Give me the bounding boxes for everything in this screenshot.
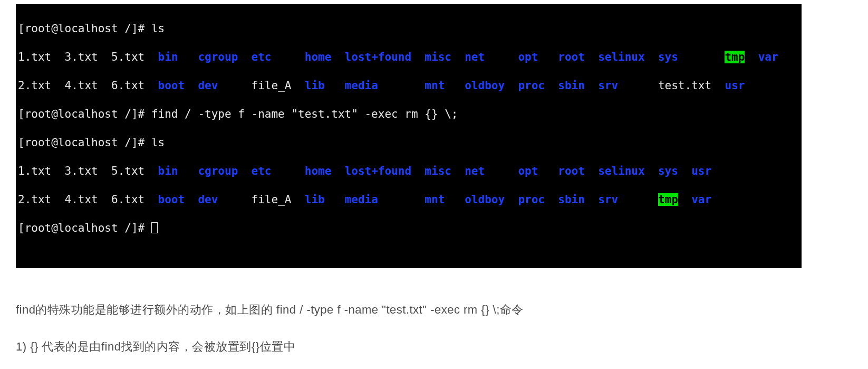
dir: dev [198,79,218,92]
dir: usr [691,165,711,177]
file: file_A [252,79,292,92]
dir: sbin [558,193,585,206]
dir: media [345,193,378,206]
dir: dev [198,193,218,206]
dir-sticky: tmp [658,193,678,206]
dir: usr [725,79,745,92]
dir: lost+found [345,51,411,63]
dir: boot [158,193,185,206]
terminal-line-find: [root@localhost /]# find / -type f -name… [18,107,799,121]
article-paragraph-intro: find的特殊功能是能够进行额外的动作，如上图的 find / -type f … [16,300,849,320]
ls1-row1: 1.txt 3.txt 5.txt bin cgroup etc home lo… [18,50,799,64]
command-ls: ls [151,136,165,149]
dir: oldboy [465,79,505,92]
dir: bin [158,51,178,63]
ls2-row1: 1.txt 3.txt 5.txt bin cgroup etc home lo… [18,164,799,178]
file: 4.txt [65,193,98,206]
dir: net [465,165,485,177]
file: 1.txt [18,51,51,63]
dir: var [758,51,778,63]
terminal-line-prompt: [root@localhost /]# [18,221,799,235]
file: file_A [252,193,292,206]
dir: bin [158,165,178,177]
dir: lib [305,79,325,92]
article-paragraph-1: 1) {} 代表的是由find找到的内容，会被放置到{}位置中 [16,337,849,357]
page-root: [root@localhost /]# ls 1.txt 3.txt 5.txt… [0,4,868,369]
file: 5.txt [111,51,144,63]
dir: etc [252,51,272,63]
dir: lost+found [345,165,411,177]
dir: srv [598,193,618,206]
shell-prompt: [root@localhost /]# [18,22,151,35]
file: 2.txt [18,193,51,206]
dir: root [558,165,585,177]
dir: sys [658,165,678,177]
dir: var [691,193,711,206]
dir: home [305,51,332,63]
dir: proc [518,79,545,92]
cursor-icon [151,222,158,233]
file: test.txt [658,79,711,92]
file: 5.txt [111,165,144,177]
dir: proc [518,193,545,206]
file: 2.txt [18,79,51,92]
dir: cgroup [198,165,238,177]
file: 1.txt [18,165,51,177]
dir: sys [658,51,678,63]
shell-prompt: [root@localhost /]# [18,108,151,120]
shell-prompt: [root@localhost /]# [18,222,151,234]
dir-sticky: tmp [725,51,745,63]
file: 3.txt [65,165,98,177]
file: 6.txt [111,79,144,92]
ls2-row2: 2.txt 4.txt 6.txt boot dev file_A lib me… [18,193,799,207]
terminal-line-1: [root@localhost /]# ls [18,22,799,36]
dir: sbin [558,79,585,92]
terminal-line-ls2: [root@localhost /]# ls [18,136,799,150]
file: 6.txt [111,193,144,206]
article-body: find的特殊功能是能够进行额外的动作，如上图的 find / -type f … [16,300,849,369]
dir: opt [518,165,538,177]
dir: home [305,165,332,177]
dir: mnt [425,79,445,92]
command-find: find / -type f -name "test.txt" -exec rm… [151,108,458,120]
dir: opt [518,51,538,63]
file: 4.txt [65,79,98,92]
dir: selinux [598,51,645,63]
dir: selinux [598,165,645,177]
dir: media [345,79,378,92]
dir: misc [425,51,451,63]
dir: misc [425,165,451,177]
dir: root [558,51,585,63]
ls1-row2: 2.txt 4.txt 6.txt boot dev file_A lib me… [18,79,799,93]
shell-prompt: [root@localhost /]# [18,136,151,149]
dir: mnt [425,193,445,206]
dir: srv [598,79,618,92]
terminal-output: [root@localhost /]# ls 1.txt 3.txt 5.txt… [16,4,802,268]
dir: boot [158,79,185,92]
dir: oldboy [465,193,505,206]
command-ls: ls [151,22,165,35]
dir: etc [252,165,272,177]
dir: net [465,51,485,63]
file: 3.txt [65,51,98,63]
dir: lib [305,193,325,206]
dir: cgroup [198,51,238,63]
